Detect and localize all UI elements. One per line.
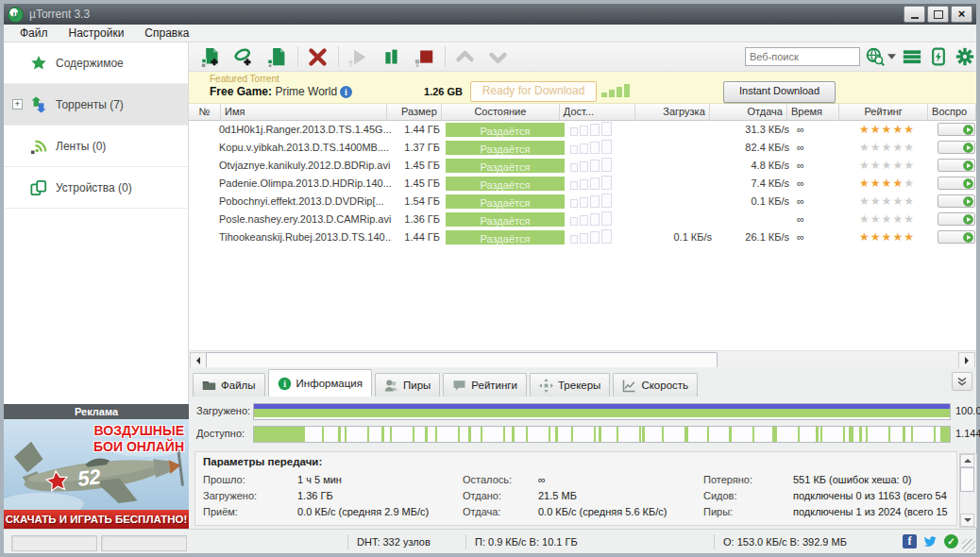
column-header-avail[interactable]: Дост... bbox=[560, 104, 635, 121]
column-header-rating[interactable]: Рейтинг bbox=[839, 104, 928, 121]
torrent-row[interactable]: Otvjaznye.kanikuly.2012.D.BDRip.avi1.45 … bbox=[189, 157, 976, 175]
tab-peers[interactable]: Пиры bbox=[375, 373, 440, 397]
star-icon[interactable]: ★ bbox=[904, 123, 915, 136]
star-icon[interactable]: ★ bbox=[882, 230, 893, 244]
categories-button[interactable] bbox=[901, 45, 923, 68]
star-icon[interactable]: ★ bbox=[882, 123, 893, 136]
instant-download-button[interactable]: Instant Download bbox=[723, 81, 836, 103]
star-icon[interactable]: ★ bbox=[892, 141, 904, 154]
tab-files[interactable]: Файлы bbox=[193, 373, 265, 397]
expander-icon[interactable]: + bbox=[12, 99, 23, 110]
remove-button[interactable] bbox=[305, 44, 329, 69]
column-header-eta[interactable]: Время bbox=[787, 104, 839, 121]
title-bar[interactable]: µ µTorrent 3.3 × bbox=[4, 4, 976, 25]
add-torrent-button[interactable] bbox=[198, 44, 223, 69]
maximize-button[interactable] bbox=[927, 6, 949, 23]
tab-info[interactable]: iИнформация bbox=[268, 369, 372, 397]
star-icon[interactable]: ★ bbox=[870, 159, 882, 172]
play-button[interactable] bbox=[938, 123, 975, 136]
play-button[interactable] bbox=[938, 159, 975, 172]
network-ok-icon[interactable]: ✓ bbox=[944, 534, 958, 549]
sidebar-item-torrents[interactable]: +Торренты (7) bbox=[4, 84, 188, 126]
settings-button[interactable] bbox=[954, 45, 976, 68]
torrent-list[interactable]: 0d1H0k1j.Ranger.2013.D.TS.1.45G...1.44 Г… bbox=[189, 121, 976, 350]
tab-ratings[interactable]: Рейтинги bbox=[443, 373, 527, 397]
torrent-row[interactable]: Padenie.Olimpa.2013.D.HDRip.140...1.45 Г… bbox=[189, 175, 976, 193]
play-button[interactable] bbox=[938, 230, 975, 244]
star-icon[interactable]: ★ bbox=[904, 194, 915, 208]
star-icon[interactable]: ★ bbox=[892, 230, 904, 244]
star-icon[interactable]: ★ bbox=[882, 159, 893, 172]
twitter-icon[interactable] bbox=[923, 534, 938, 549]
web-search-button[interactable] bbox=[864, 45, 887, 68]
ad-banner[interactable]: 52 ВОЗДУШНЫЕ БОИ ОНЛАЙН СКАЧАТЬ И ИГРАТЬ… bbox=[4, 419, 189, 529]
star-icon[interactable]: ★ bbox=[859, 194, 870, 208]
play-button[interactable] bbox=[938, 212, 975, 226]
menu-settings[interactable]: Настройки bbox=[59, 25, 135, 42]
menu-file[interactable]: Файл bbox=[9, 25, 59, 42]
star-icon[interactable]: ★ bbox=[859, 230, 870, 244]
torrent-row[interactable]: Tihookeanskij.Rubej.2013.D.TS.140...1.44… bbox=[189, 228, 976, 246]
search-input[interactable] bbox=[745, 47, 860, 66]
remote-button[interactable] bbox=[927, 45, 950, 68]
star-icon[interactable]: ★ bbox=[859, 141, 870, 154]
star-icon[interactable]: ★ bbox=[892, 159, 904, 172]
vertical-scrollbar[interactable] bbox=[959, 453, 977, 528]
vertical-scroll-thumb[interactable] bbox=[960, 467, 974, 492]
info-icon[interactable]: i bbox=[340, 86, 352, 98]
star-icon[interactable]: ★ bbox=[870, 194, 882, 208]
horizontal-scrollbar[interactable] bbox=[189, 350, 976, 367]
column-header-size[interactable]: Размер bbox=[387, 104, 442, 121]
tab-trackers[interactable]: Трекеры bbox=[530, 373, 610, 397]
column-header-name[interactable]: Имя bbox=[221, 104, 387, 121]
torrent-row[interactable]: Pobochnyi.effekt.2013.D.DVDRip[...1.54 Г… bbox=[189, 193, 976, 211]
minimize-button[interactable] bbox=[904, 6, 925, 23]
ad-panel[interactable]: Реклама 52 bbox=[4, 404, 189, 529]
sidebar-item-content[interactable]: Содержимое bbox=[4, 42, 188, 84]
star-icon[interactable]: ★ bbox=[882, 177, 893, 190]
column-header-num[interactable]: № bbox=[189, 104, 221, 121]
play-button[interactable] bbox=[938, 194, 975, 208]
tab-speed[interactable]: Скорость bbox=[613, 373, 698, 397]
star-icon[interactable]: ★ bbox=[870, 123, 882, 136]
star-icon[interactable]: ★ bbox=[892, 212, 904, 226]
star-icon[interactable]: ★ bbox=[904, 141, 915, 154]
close-button[interactable]: × bbox=[951, 6, 972, 23]
star-icon[interactable]: ★ bbox=[904, 159, 915, 172]
star-icon[interactable]: ★ bbox=[892, 194, 904, 208]
star-icon[interactable]: ★ bbox=[904, 212, 915, 226]
play-button[interactable] bbox=[938, 177, 975, 190]
torrent-row[interactable]: 0d1H0k1j.Ranger.2013.D.TS.1.45G...1.44 Г… bbox=[189, 121, 976, 139]
facebook-icon[interactable]: f bbox=[903, 534, 917, 549]
star-icon[interactable]: ★ bbox=[870, 230, 882, 244]
scroll-down-button[interactable] bbox=[960, 514, 974, 527]
sidebar-item-feeds[interactable]: Ленты (0) bbox=[4, 126, 188, 167]
star-icon[interactable]: ★ bbox=[870, 177, 882, 190]
pause-button[interactable] bbox=[379, 44, 403, 69]
stop-button[interactable] bbox=[412, 44, 436, 69]
add-link-button[interactable] bbox=[231, 44, 256, 69]
column-header-up[interactable]: Отдача bbox=[710, 104, 787, 121]
move-up-button[interactable] bbox=[452, 44, 477, 69]
star-icon[interactable]: ★ bbox=[870, 212, 882, 226]
start-button[interactable] bbox=[346, 44, 370, 69]
star-icon[interactable]: ★ bbox=[882, 212, 893, 226]
star-icon[interactable]: ★ bbox=[859, 212, 870, 226]
sidebar-item-devices[interactable]: Устройства (0) bbox=[4, 167, 188, 209]
move-down-button[interactable] bbox=[485, 44, 510, 69]
star-icon[interactable]: ★ bbox=[882, 141, 893, 154]
star-icon[interactable]: ★ bbox=[904, 230, 915, 244]
torrent-row[interactable]: Kopu.v.yibkah.2013.D.TS.1400MB....1.37 Г… bbox=[189, 139, 976, 157]
star-icon[interactable]: ★ bbox=[892, 177, 904, 190]
star-icon[interactable]: ★ bbox=[870, 141, 882, 154]
star-icon[interactable]: ★ bbox=[859, 159, 870, 172]
scroll-up-button[interactable] bbox=[960, 454, 974, 467]
menu-help[interactable]: Справка bbox=[134, 25, 199, 42]
collapse-panel-button[interactable] bbox=[952, 372, 972, 391]
star-icon[interactable]: ★ bbox=[859, 177, 870, 190]
create-torrent-button[interactable] bbox=[264, 44, 289, 69]
ad-cta-button[interactable]: СКАЧАТЬ И ИГРАТЬ БЕСПЛАТНО! bbox=[4, 510, 189, 529]
column-header-status[interactable]: Состояние bbox=[442, 104, 560, 121]
ready-for-download-button[interactable]: Ready for Download bbox=[470, 81, 597, 102]
star-icon[interactable]: ★ bbox=[859, 123, 870, 136]
